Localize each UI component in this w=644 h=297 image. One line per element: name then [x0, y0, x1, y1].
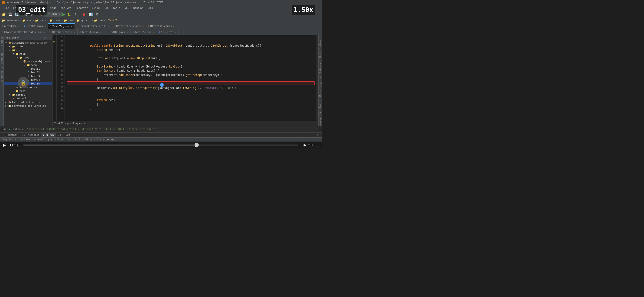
left-tab-project[interactable]: 1: Project: [0, 36, 4, 51]
breadcrumb-item-java[interactable]: 📁 java: [50, 19, 60, 22]
tree-item-idea[interactable]: ▶ 📁 .idea: [4, 44, 52, 48]
breadcrumb-item-demo[interactable]: 📁 demo: [94, 19, 105, 22]
tab-close-autodemo[interactable]: ✕: [18, 25, 20, 27]
sidebar-settings-icon[interactable]: ⚙: [44, 36, 46, 39]
editor-scrollbar[interactable]: [316, 35, 318, 121]
tree-label-bean: bean: [31, 64, 37, 67]
bottom-tab-todo[interactable]: ✓ 6: TODO: [56, 133, 72, 137]
fullscreen-button[interactable]: ⛶: [316, 143, 319, 147]
progress-track[interactable]: [23, 145, 298, 145]
tree-item-package[interactable]: ▼ 📦 com.qzcsbj.demo: [4, 59, 52, 63]
tab-label-test02: Test02.java: [135, 31, 152, 34]
tree-item-resources[interactable]: ▶ 📁 resources: [4, 85, 52, 89]
tab-test03[interactable]: J Test03.java ✕: [78, 29, 104, 35]
bottom-tab-run[interactable]: ▶ 4: Run: [41, 133, 56, 137]
tree-item-test[interactable]: ▶ 📁 test: [4, 89, 52, 93]
right-tab-hierarchy[interactable]: Hierarchy: [318, 116, 322, 132]
tree-item-test03[interactable]: ▶ C Test03: [4, 74, 52, 78]
open-folder-button[interactable]: 📁: [1, 11, 6, 17]
menu-window[interactable]: Window: [132, 6, 144, 10]
breadcrumb-item-test05[interactable]: Test05: [108, 19, 118, 22]
tab-close-httppost[interactable]: ✕: [173, 25, 175, 27]
breadcrumb-item-qzcsbj[interactable]: 📁 qzcsbj: [76, 19, 90, 22]
tab-close-httpget[interactable]: ✕: [73, 31, 76, 33]
code-editor[interactable]: @ 27 28 29: [52, 35, 318, 126]
menu-help[interactable]: Help: [145, 6, 155, 10]
tab-close-closeablehttpclient[interactable]: ✕: [44, 31, 46, 33]
tab-httpget[interactable]: C HttpGet.class ✕: [48, 29, 78, 35]
tree-item-main[interactable]: ▼ 📁 main: [4, 52, 52, 56]
gutter-27: [52, 35, 56, 39]
tab-stringentity[interactable]: C StringEntity.class ✕: [75, 23, 112, 29]
run-text: Run:: [2, 128, 8, 131]
breadcrumb-item-main[interactable]: 📁 main: [35, 19, 46, 22]
play-button[interactable]: ▶: [3, 142, 6, 148]
save-button[interactable]: 💾: [8, 11, 13, 17]
tree-item-ext-libs[interactable]: ▶ 📚 External Libraries: [4, 100, 52, 104]
progress-thumb[interactable]: [194, 143, 199, 147]
breadcrumb-item-com[interactable]: 📁 com: [64, 19, 73, 22]
tab-autodemo[interactable]: m autodemo ✕: [0, 23, 22, 29]
right-tab-database[interactable]: Database: [318, 60, 322, 75]
code-lines[interactable]: public static String postRequest(String …: [65, 35, 316, 121]
tab-close-test04[interactable]: ✕: [44, 25, 46, 27]
expand-icon[interactable]: ↑: [320, 133, 321, 137]
tree-icon-main: 📁: [16, 52, 19, 55]
menu-code[interactable]: Code: [48, 6, 58, 10]
gutter-30: [52, 48, 56, 52]
ln-40: 40: [58, 90, 64, 94]
tab-test02[interactable]: J Test02.java ✕: [130, 29, 157, 35]
coverage-button[interactable]: ☂: [73, 11, 78, 17]
left-tab-structure[interactable]: 7: Structure: [0, 69, 4, 87]
tree-item-test02[interactable]: ▶ C Test02: [4, 70, 52, 74]
breadcrumb-item-autodemo[interactable]: 📁 autodemo: [2, 19, 19, 22]
tab-sql[interactable]: J Sql.java ✕: [157, 29, 179, 35]
tab-close-test03[interactable]: ✕: [100, 31, 102, 33]
maven-button[interactable]: ♻: [94, 11, 100, 17]
tab-close-sql[interactable]: ✕: [174, 31, 177, 33]
tab-httpentity[interactable]: C HttpEntity.class ✕: [112, 23, 146, 29]
debug-button[interactable]: 🐛: [66, 11, 72, 17]
menu-run[interactable]: Run: [102, 6, 110, 10]
bottom-tab-messages[interactable]: ✉ 0: Messages: [20, 133, 41, 137]
tab-test05-java[interactable]: J Test05.java ✕: [48, 23, 75, 29]
tree-item-test01[interactable]: ▶ C Test01: [4, 67, 52, 70]
run-button[interactable]: ▶: [62, 12, 65, 16]
tab-close-test02[interactable]: ✕: [152, 31, 155, 33]
menu-analyze[interactable]: Analyze: [59, 6, 73, 10]
sidebar-plus-icon[interactable]: +: [46, 36, 48, 39]
tree-item-pom[interactable]: ▶ X pom.xml: [4, 96, 52, 100]
tab-close-test01[interactable]: ✕: [126, 31, 128, 33]
stop-button[interactable]: ⏹: [81, 11, 87, 17]
tab-close-test05[interactable]: ✕: [70, 25, 73, 28]
sidebar-minus-icon[interactable]: −: [49, 36, 50, 39]
tab-httppost[interactable]: C HttpPost.class ✕: [146, 23, 177, 29]
code-line-33: Set<String> headerKeys = jsonObjectHeade…: [67, 60, 314, 64]
menu-tools[interactable]: Tools: [111, 6, 122, 10]
tab-close-httpentity[interactable]: ✕: [142, 25, 144, 27]
right-tab-redis[interactable]: Redis Explorer: [318, 36, 322, 59]
tree-item-target[interactable]: ▶ 📁 target: [4, 93, 52, 96]
tree-item-java[interactable]: ▼ 📁 java: [4, 56, 52, 59]
run-close-icon[interactable]: ✕: [22, 128, 24, 131]
menu-vcs[interactable]: VCS: [122, 6, 131, 10]
profile-button[interactable]: 📊: [88, 11, 93, 17]
tree-arrow-idea: ▶: [8, 45, 11, 48]
tree-item-autodemo[interactable]: ▼ 📦 autodemo D:\demo\autodemo: [4, 41, 52, 44]
breadcrumb-item-src[interactable]: 📁 src: [22, 19, 32, 22]
tab-closeablehttpclient[interactable]: C CloseableHttpClient.class ✕: [0, 29, 48, 35]
settings-icon[interactable]: ⚙: [317, 133, 318, 137]
tree-item-scratches[interactable]: ▶ 📝 Scratches and Consoles: [4, 104, 52, 108]
tree-item-src[interactable]: ▼ 📁 src: [4, 48, 52, 52]
tab-test04-java[interactable]: J Test04.java ✕: [22, 23, 48, 29]
tab-close-stringentity[interactable]: ✕: [108, 25, 110, 27]
right-tab-maven[interactable]: Maven Projects: [318, 75, 322, 98]
tab-test01[interactable]: J Test01.java ✕: [104, 29, 130, 35]
menu-file[interactable]: File: [1, 6, 11, 10]
right-tab-ant[interactable]: Ant Build: [318, 99, 322, 115]
bottom-tab-terminal[interactable]: >_ Terminal: [1, 133, 19, 137]
menu-refactor[interactable]: Refactor: [74, 6, 90, 10]
menu-build[interactable]: Build: [90, 6, 102, 10]
tree-item-bean[interactable]: ▶ 📁 bean: [4, 63, 52, 67]
left-tab-favorites[interactable]: 2: Favorites: [0, 51, 4, 69]
